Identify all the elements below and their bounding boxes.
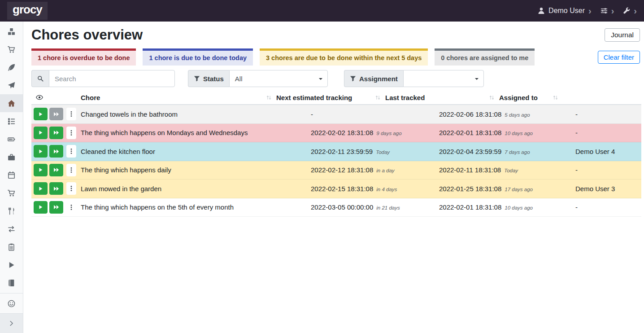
assignment-select[interactable] [403, 70, 484, 87]
user-icon [538, 7, 545, 14]
sliders-icon [600, 7, 608, 14]
column-label: Chore [81, 94, 100, 101]
play-icon [38, 130, 43, 135]
row-menu-button[interactable] [66, 127, 76, 139]
exchange-icon [8, 225, 15, 233]
assigned-to-cell: Demo User 3 [574, 185, 641, 193]
track-chore-button[interactable] [34, 108, 48, 120]
track-chore-button[interactable] [34, 182, 48, 195]
sidebar-item-battery[interactable] [0, 130, 23, 148]
fast-forward-icon [53, 186, 59, 192]
last-tracked-datetime: 2022-02-01 18:31:08 [439, 129, 501, 136]
skip-chore-button[interactable] [49, 108, 63, 120]
ellipsis-vertical-icon [68, 148, 74, 154]
sort-icon [266, 95, 272, 101]
tasks-icon [8, 118, 15, 125]
sidebar-item-briefcase[interactable] [0, 148, 23, 166]
sidebar-item-quill[interactable] [0, 58, 23, 76]
column-label: Assigned to [499, 94, 538, 101]
row-actions [31, 127, 80, 139]
sort-icon [553, 95, 558, 101]
track-chore-button[interactable] [34, 127, 48, 139]
sidebar-item-utensils[interactable] [0, 202, 23, 220]
sidebar-item-exchange-arrows[interactable] [0, 220, 23, 238]
sidebar-item-smiley[interactable] [0, 294, 23, 313]
sidebar [0, 22, 23, 333]
table-row: The thing which happens daily 2022-02-12… [31, 161, 641, 180]
sidebar-item-paper-plane[interactable] [0, 76, 23, 94]
next-tracking-cell: 2022-03-05 00:00:00in 21 days [310, 203, 438, 211]
column-header-next-tracking[interactable]: Next estimated tracking [275, 94, 384, 101]
status-card-soon[interactable]: 3 chores are due to be done within the n… [260, 48, 428, 66]
journal-button[interactable]: Journal [605, 28, 640, 42]
sidebar-item-clipboard-list[interactable] [0, 238, 23, 256]
last-tracked-relative: Today [504, 168, 518, 173]
visibility-column-header[interactable] [31, 94, 80, 101]
table-row: Cleaned the kitchen floor 2022-02-11 23:… [31, 142, 641, 161]
last-tracked-cell: 2022-02-11 18:31:08Today [438, 166, 574, 174]
skip-chore-button[interactable] [49, 145, 63, 158]
status-card-today[interactable]: 1 chore is due to be done today [143, 48, 253, 66]
column-header-assigned-to[interactable]: Assigned to [498, 94, 562, 101]
status-card-text: 1 chore is due to be done today [149, 54, 247, 61]
next-tracking-datetime: 2022-03-05 00:00:00 [311, 203, 373, 211]
skip-chore-button[interactable] [49, 164, 63, 176]
status-card-overdue[interactable]: 1 chore is overdue to be done [31, 48, 136, 66]
sidebar-item-home[interactable] [0, 94, 23, 112]
plane-icon [8, 82, 15, 89]
row-menu-button[interactable] [66, 201, 76, 214]
user-menu[interactable]: Demo User › [538, 7, 592, 15]
skip-chore-button[interactable] [49, 127, 63, 139]
table-header: Chore Next estimated tracking Last track… [31, 91, 641, 105]
track-chore-button[interactable] [34, 164, 48, 176]
row-menu-button[interactable] [66, 145, 76, 158]
column-header-chore[interactable]: Chore [80, 94, 275, 101]
grocy-logo[interactable]: grocy [7, 2, 48, 19]
last-tracked-relative: 5 days ago [505, 112, 530, 118]
track-chore-button[interactable] [34, 201, 48, 214]
next-tracking-cell: - [310, 110, 438, 118]
track-chore-button[interactable] [34, 145, 48, 158]
row-menu-button[interactable] [66, 164, 76, 176]
next-tracking-cell: 2022-02-12 18:31:08in a day [310, 166, 438, 174]
search-input[interactable] [49, 70, 175, 87]
clear-filter-button[interactable]: Clear filter [598, 51, 640, 64]
sidebar-item-shopping-cart[interactable] [0, 40, 23, 58]
ellipsis-vertical-icon [68, 167, 74, 173]
wrench-icon [623, 7, 630, 14]
sidebar-item-list-check[interactable] [0, 112, 23, 130]
last-tracked-datetime: 2022-02-04 23:59:59 [439, 148, 501, 155]
row-menu-button[interactable] [66, 108, 76, 120]
next-tracking-relative: in 4 days [376, 187, 397, 192]
status-select[interactable]: All [229, 70, 328, 87]
column-header-last-tracked[interactable]: Last tracked [384, 94, 498, 101]
sidebar-item-calendar[interactable] [0, 166, 23, 184]
sidebar-item-shopping-cart-2[interactable] [0, 184, 23, 202]
skip-chore-button[interactable] [49, 201, 63, 214]
admin-menu[interactable]: › [623, 7, 637, 14]
table-row: Changed towels in the bathroom - 2022-02… [31, 105, 641, 124]
navbar-menus: Demo User › › › [538, 7, 637, 15]
briefcase-icon [8, 153, 15, 161]
filter-icon [350, 75, 356, 82]
sidebar-item-play[interactable] [0, 256, 23, 274]
cart-icon [8, 46, 15, 53]
boxes-icon [8, 28, 15, 35]
search-group [31, 70, 175, 87]
skip-chore-button[interactable] [49, 182, 63, 195]
status-card-assigned[interactable]: 0 chores are assigned to me [435, 48, 535, 66]
row-menu-button[interactable] [66, 182, 76, 195]
last-tracked-relative: 10 days ago [505, 205, 533, 210]
next-tracking-cell: 2022-02-02 18:31:089 days ago [310, 129, 438, 136]
eye-icon [36, 94, 43, 101]
sidebar-collapse-button[interactable] [0, 313, 23, 333]
sidebar-item-boxes[interactable] [0, 22, 23, 40]
settings-menu[interactable]: › [600, 7, 614, 14]
play-icon [38, 149, 43, 154]
chore-name: The thing which happens daily [80, 166, 310, 174]
next-tracking-cell: 2022-02-11 23:59:59Today [310, 148, 438, 155]
top-navbar: grocy Demo User › › › [0, 0, 644, 22]
row-actions [31, 164, 80, 176]
sidebar-item-book[interactable] [0, 274, 23, 292]
assignment-label: Assignment [359, 75, 398, 83]
